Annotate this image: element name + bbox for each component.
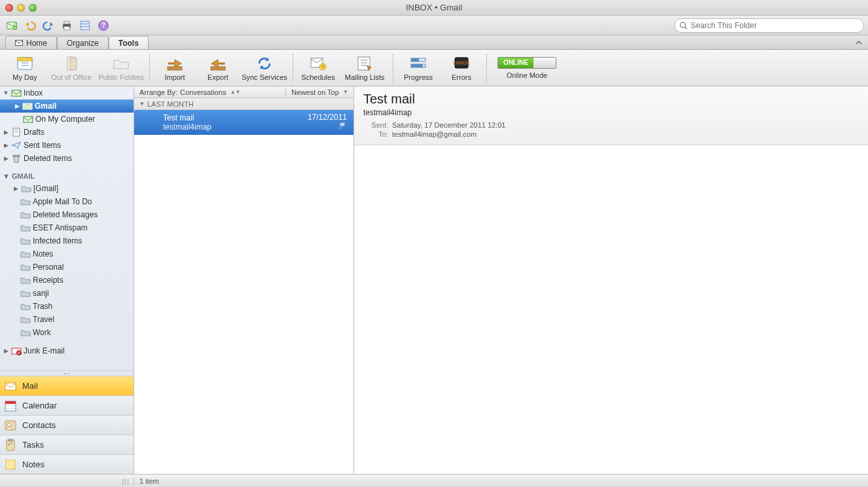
ribbon-tabbar: Home Organize Tools [0, 35, 868, 50]
sidebar-inbox-gmail[interactable]: ▶Gmail [0, 99, 134, 113]
sidebar-gmail-folder[interactable]: Trash [0, 300, 134, 313]
sidebar-deleted[interactable]: ▶Deleted Items [0, 152, 134, 165]
trash-icon [12, 154, 21, 163]
sort-dropdown[interactable]: Newest on Top ▼ [285, 88, 353, 96]
nav-mail[interactable]: Mail [0, 376, 134, 395]
schedules-button[interactable]: Schedules [297, 51, 339, 85]
folder-icon [20, 316, 31, 323]
progress-button[interactable]: Progress [397, 51, 439, 85]
contacts-nav-icon [4, 419, 17, 432]
folder-icon [20, 289, 31, 297]
preview-body [354, 145, 868, 474]
send-receive-button[interactable] [4, 18, 20, 33]
sidebar-gmail-folder[interactable]: Travel [0, 313, 134, 326]
sidebar-sent[interactable]: ▶Sent Items [0, 139, 134, 152]
sidebar-inbox-local[interactable]: On My Computer [0, 113, 134, 126]
message-row[interactable]: Test mail testmail4imap 17/12/2011 [134, 110, 353, 135]
sort-label: Newest on Top [291, 88, 339, 96]
sidebar-drafts-label: Drafts [24, 128, 45, 137]
public-folders-label: Public Folders [98, 73, 144, 81]
tasks-nav-icon [4, 439, 17, 452]
nav-contacts-label: Contacts [22, 420, 56, 430]
folder-icon [20, 211, 31, 219]
export-button[interactable]: Export [197, 51, 239, 85]
sidebar-inbox-label: Inbox [24, 88, 43, 98]
undo-button[interactable] [22, 18, 38, 33]
sidebar-drafts[interactable]: ▶Drafts [0, 126, 134, 139]
preview-sender: testmail4imap [363, 108, 859, 117]
sidebar-section-gmail[interactable]: ▼GMAIL [0, 170, 134, 182]
sidebar-gmail-folder[interactable]: Work [0, 326, 134, 339]
search-box[interactable] [674, 18, 864, 33]
sidebar-gmail-folder[interactable]: ESET Antispam [0, 221, 134, 234]
preview-to-label: To: [363, 130, 392, 138]
sidebar-folder-label: Personal [33, 262, 63, 272]
help-button[interactable]: ? [96, 18, 111, 33]
sidebar-folder-label: Receipts [33, 276, 63, 285]
sidebar-gmail-folder[interactable]: Deleted Messages [0, 208, 134, 221]
folder-icon [21, 185, 31, 192]
sidebar-gmail-folder[interactable]: Notes [0, 247, 134, 261]
online-mode-control[interactable]: ONLINE Online Mode [497, 57, 556, 79]
my-day-button[interactable]: My Day [4, 51, 46, 85]
nav-calendar[interactable]: Calendar [0, 395, 134, 415]
import-button[interactable]: Import [154, 51, 196, 85]
progress-label: Progress [404, 73, 433, 81]
status-bar: ||| 1 item [0, 474, 868, 487]
online-mode-label: Online Mode [507, 71, 547, 79]
errors-button[interactable]: ERRORErrors [441, 51, 482, 85]
group-header[interactable]: ▼LAST MONTH [134, 98, 353, 110]
titlebar: INBOX • Gmail [0, 0, 868, 16]
sidebar-junk-label: Junk E-mail [24, 346, 65, 355]
inbox-icon [11, 88, 22, 98]
svg-rect-29 [411, 64, 423, 67]
folder-icon [20, 250, 31, 258]
sidebar-splitter[interactable]: • • [0, 370, 134, 376]
svg-rect-19 [211, 67, 225, 70]
sidebar-folder-label: Infected Items [33, 236, 82, 245]
my-day-label: My Day [12, 73, 37, 81]
arrange-by-dropdown[interactable]: Arrange By: Conversations ▲▼ [134, 88, 285, 96]
sidebar-folder-label: sanji [33, 289, 49, 298]
tab-tools[interactable]: Tools [109, 36, 149, 49]
sidebar-inbox[interactable]: ▼Inbox [0, 86, 134, 99]
search-input[interactable] [691, 21, 859, 30]
export-label: Export [208, 73, 228, 81]
redo-button[interactable] [41, 18, 56, 33]
out-of-office-button[interactable]: Out of Office [47, 51, 96, 85]
sidebar-gmail-folder[interactable]: sanji [0, 287, 134, 300]
sidebar-inbox-local-label: On My Computer [35, 115, 95, 124]
sidebar-gmail-folder[interactable]: Receipts [0, 274, 134, 287]
message-date: 17/12/2011 [308, 113, 347, 122]
preview-sent-value: Saturday, 17 December 2011 12:01 [392, 121, 859, 129]
sync-services-button[interactable]: Sync Services [240, 51, 289, 85]
sidebar-gmail-folder[interactable]: Infected Items [0, 234, 134, 247]
junk-icon [11, 346, 22, 355]
list-view-button[interactable] [77, 18, 93, 33]
collapse-ribbon-button[interactable] [854, 37, 864, 48]
notes-nav-icon [4, 458, 17, 471]
tab-home[interactable]: Home [5, 36, 57, 49]
tab-tools-label: Tools [118, 39, 139, 48]
nav-tasks[interactable]: Tasks [0, 435, 134, 454]
public-folder-icon [112, 55, 130, 72]
sidebar-gmail-folder[interactable]: Apple Mail To Do [0, 195, 134, 208]
public-folders-button[interactable]: Public Folders [97, 51, 145, 85]
print-button[interactable] [59, 18, 75, 33]
nav-notes[interactable]: Notes [0, 454, 134, 474]
pane-resize-grip[interactable]: ||| [0, 477, 134, 485]
folder-icon [20, 302, 31, 310]
svg-text:ERROR: ERROR [453, 61, 469, 65]
flag-icon[interactable] [339, 122, 347, 132]
sidebar-gmail-folder[interactable]: Personal [0, 261, 134, 274]
mailing-lists-button[interactable]: Mailing Lists [340, 51, 389, 85]
door-icon [62, 55, 81, 72]
nav-contacts[interactable]: Contacts [0, 415, 134, 435]
tab-organize[interactable]: Organize [57, 36, 109, 49]
preview-pane: Test mail testmail4imap Sent: Saturday, … [354, 86, 868, 474]
online-toggle[interactable]: ONLINE [497, 57, 556, 69]
sidebar: ▼Inbox ▶Gmail On My Computer ▶Drafts ▶Se… [0, 86, 134, 474]
sidebar-gmail-folder[interactable]: ▶[Gmail] [0, 182, 134, 195]
sidebar-junk[interactable]: ▶Junk E-mail [0, 344, 134, 357]
window-title: INBOX • Gmail [0, 3, 868, 12]
